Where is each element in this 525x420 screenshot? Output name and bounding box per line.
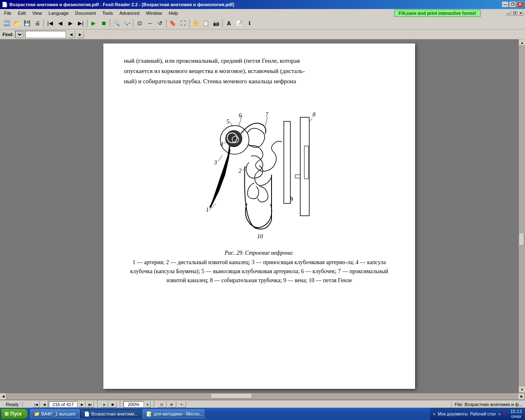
- scroll-right-button[interactable]: ▶: [518, 393, 525, 400]
- status-sep-1: [97, 400, 98, 409]
- info-button[interactable]: ℹ: [244, 18, 254, 28]
- menu-language[interactable]: Language: [45, 10, 72, 16]
- svg-text:10: 10: [257, 233, 263, 240]
- inner-restore-button[interactable]: ❐: [511, 11, 517, 16]
- bookmark-button[interactable]: 🔖: [168, 18, 178, 28]
- new-button[interactable]: 🆕: [2, 18, 11, 28]
- window-title: Возрастная анатомия и физиология.pdf - F…: [9, 2, 234, 7]
- pdf-icon: 📄: [84, 411, 90, 417]
- folder-icon: 📁: [34, 411, 40, 417]
- fit-page-button[interactable]: ⊡: [135, 18, 144, 28]
- word-icon: 📝: [146, 411, 152, 417]
- status-ready: Ready: [2, 402, 23, 407]
- inner-window-controls: — ❐ ✕: [505, 11, 523, 16]
- figure-caption: Рис. 29. Строение нефрона: 1 — артерия; …: [128, 249, 390, 285]
- pdf-page: ный (главный), или проксимальный, средни…: [103, 43, 415, 389]
- next-page-button[interactable]: ▶: [66, 18, 75, 28]
- find-type-select[interactable]: ▼: [15, 31, 23, 38]
- last-page-nav-button[interactable]: ▶|: [87, 401, 94, 408]
- svg-text:1: 1: [206, 207, 209, 213]
- next-page-nav-button[interactable]: ▶: [78, 401, 86, 408]
- restore-button[interactable]: ❐: [509, 2, 516, 7]
- close-button[interactable]: ✕: [517, 2, 523, 7]
- stop-nav-button[interactable]: ⏹: [109, 401, 116, 408]
- windows-taskbar: ⊞ Пуск 📁 ВАФГ_1 высшее 📄 Возрастная анат…: [0, 408, 525, 420]
- windows-logo-icon: ⊞: [5, 411, 9, 417]
- taskbar-item-vozrastnaya[interactable]: 📄 Возрастная анатоми...: [80, 409, 142, 418]
- fit-width-button[interactable]: ↔: [145, 18, 155, 28]
- menu-advanced[interactable]: Advanced: [116, 10, 143, 16]
- svg-text:2: 2: [239, 168, 242, 174]
- menu-document[interactable]: Document: [72, 10, 99, 16]
- taskbar-item-metodiki[interactable]: 📝 для методики - Micros...: [143, 409, 204, 418]
- toolbar-sep-1: [43, 19, 44, 27]
- status-sep-3: [154, 400, 154, 409]
- svg-text:5: 5: [226, 119, 229, 125]
- hand-tool-button[interactable]: ✋: [191, 18, 201, 28]
- tray-label-desktop: Рабочий стол: [470, 412, 496, 416]
- minimize-button[interactable]: —: [502, 2, 509, 7]
- inner-close-button[interactable]: ✕: [518, 11, 523, 16]
- snapshot-button[interactable]: 📷: [211, 18, 221, 28]
- toolbar-sep-4: [133, 19, 133, 27]
- start-button[interactable]: ⊞ Пуск: [1, 409, 28, 419]
- open-button[interactable]: 📂: [12, 18, 22, 28]
- rotate-button[interactable]: ↺: [155, 18, 165, 28]
- svg-rect-4: [284, 121, 290, 203]
- scroll-down-button[interactable]: ▼: [519, 386, 525, 393]
- toolbar-sep-6: [189, 19, 189, 27]
- menu-window[interactable]: Window: [143, 10, 165, 16]
- prev-page-button[interactable]: ◀: [55, 18, 65, 28]
- find-prev-button[interactable]: ◀: [68, 31, 75, 38]
- taskbar-items: 📁 ВАФГ_1 высшее 📄 Возрастная анатоми... …: [30, 409, 430, 418]
- nephron-figure: 1 2 3 4 5 6 7 8 9 10: [185, 93, 333, 244]
- svg-text:4: 4: [220, 141, 223, 147]
- prev-page-nav-button[interactable]: ◀: [41, 401, 48, 408]
- text-line-1: ный (главный), или проксимальный, средни…: [124, 57, 300, 64]
- view-mode-2-button[interactable]: ⊞: [167, 401, 176, 408]
- menu-edit[interactable]: Edit: [15, 10, 29, 16]
- find-next-button[interactable]: ▶: [77, 31, 84, 38]
- menu-file[interactable]: File: [1, 10, 15, 16]
- figure-caption-title: Рис. 29. Строение нефрона:: [225, 250, 294, 256]
- svg-text:7: 7: [265, 112, 269, 118]
- select-button[interactable]: 📋: [201, 18, 211, 28]
- first-page-nav-button[interactable]: |◀: [32, 401, 40, 408]
- scroll-left-button[interactable]: ◀: [0, 393, 7, 400]
- save-button[interactable]: 💾: [22, 18, 32, 28]
- stop-button[interactable]: ⏹: [99, 18, 109, 28]
- tray-chevron-2[interactable]: «: [498, 412, 501, 416]
- view-mode-3-button[interactable]: ≡: [177, 401, 186, 408]
- zoom-dropdown-button[interactable]: ▼: [145, 401, 151, 408]
- scroll-thumb[interactable]: [519, 233, 524, 246]
- fullscreen-button[interactable]: ⛶: [178, 18, 188, 28]
- zoom-out-button[interactable]: 🔍−: [122, 18, 132, 28]
- taskbar-item-vafg[interactable]: 📁 ВАФГ_1 высшее: [30, 409, 80, 418]
- toolbar-sep-3: [110, 19, 110, 27]
- menu-help[interactable]: Help: [165, 10, 181, 16]
- last-page-button[interactable]: ▶|: [76, 18, 86, 28]
- menu-tools[interactable]: Tools: [99, 10, 116, 16]
- h-scroll-thumb[interactable]: [211, 394, 252, 399]
- play-nav-button[interactable]: ▶: [101, 401, 108, 408]
- scroll-up-button[interactable]: ▲: [519, 39, 525, 46]
- print-button[interactable]: 🖨: [32, 18, 42, 28]
- view-mode-1-button[interactable]: ⊡: [158, 401, 167, 408]
- scroll-track: [519, 46, 525, 386]
- toolbar-sep-7: [222, 19, 223, 27]
- tray-icons: 🛡: [503, 411, 508, 417]
- status-bar: Ready |◀ ◀ 216 of 417 ▶ ▶| ▶ ⏹ 200%: [0, 399, 525, 409]
- text-tool-button[interactable]: A: [224, 18, 234, 28]
- figure-container: 1 2 3 4 5 6 7 8 9 10: [124, 93, 395, 285]
- find-input[interactable]: [25, 31, 66, 38]
- play-button[interactable]: ▶: [89, 18, 98, 28]
- document-content: ный (главный), или проксимальный, средни…: [0, 39, 518, 393]
- tray-chevron[interactable]: «: [433, 412, 436, 416]
- first-page-button[interactable]: |◀: [45, 18, 55, 28]
- page-text-top: ный (главный), или проксимальный, средни…: [124, 56, 395, 86]
- inner-minimize-button[interactable]: —: [505, 11, 511, 16]
- form-button[interactable]: 📝: [234, 18, 244, 28]
- svg-rect-0: [185, 93, 333, 244]
- zoom-in-button[interactable]: 🔍: [112, 18, 121, 28]
- menu-view[interactable]: View: [29, 10, 46, 16]
